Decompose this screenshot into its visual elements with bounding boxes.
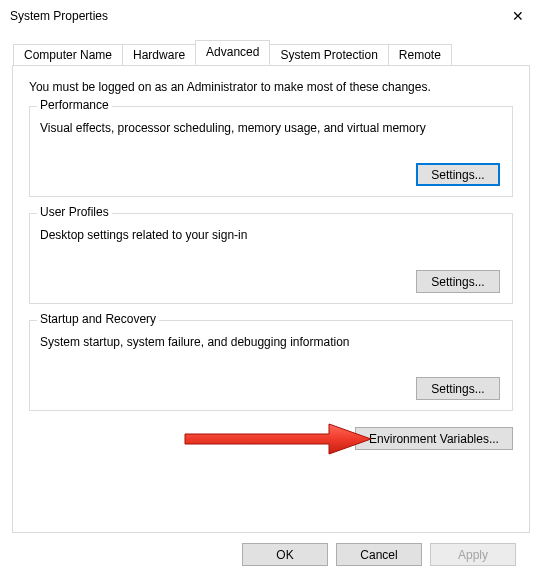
group-user-profiles-desc: Desktop settings related to your sign-in [40,228,502,242]
tab-hardware[interactable]: Hardware [122,44,196,66]
environment-variables-button[interactable]: Environment Variables... [355,427,513,450]
ok-button[interactable]: OK [242,543,328,566]
group-performance-legend: Performance [37,98,112,112]
titlebar: System Properties ✕ [0,0,542,32]
user-profiles-settings-button[interactable]: Settings... [416,270,500,293]
group-startup-recovery-legend: Startup and Recovery [37,312,159,326]
performance-settings-button[interactable]: Settings... [416,163,500,186]
startup-recovery-settings-button[interactable]: Settings... [416,377,500,400]
tab-computer-name[interactable]: Computer Name [13,44,123,66]
group-startup-recovery: Startup and Recovery System startup, sys… [29,320,513,411]
env-row: Environment Variables... [29,427,513,450]
tab-remote[interactable]: Remote [388,44,452,66]
apply-button[interactable]: Apply [430,543,516,566]
tab-system-protection[interactable]: System Protection [269,44,388,66]
close-icon[interactable]: ✕ [504,6,532,26]
dialog-content: Computer Name Hardware Advanced System P… [0,32,542,571]
cancel-button[interactable]: Cancel [336,543,422,566]
group-user-profiles: User Profiles Desktop settings related t… [29,213,513,304]
tab-advanced[interactable]: Advanced [195,40,270,65]
dialog-buttons: OK Cancel Apply [12,533,530,571]
admin-note: You must be logged on as an Administrato… [29,80,513,94]
group-user-profiles-legend: User Profiles [37,205,112,219]
group-startup-recovery-desc: System startup, system failure, and debu… [40,335,502,349]
group-performance-desc: Visual effects, processor scheduling, me… [40,121,502,135]
tab-body-advanced: You must be logged on as an Administrato… [12,65,530,533]
window-title: System Properties [10,9,108,23]
arrow-annotation-icon [179,421,374,457]
group-performance: Performance Visual effects, processor sc… [29,106,513,197]
tabs-row: Computer Name Hardware Advanced System P… [13,40,530,65]
